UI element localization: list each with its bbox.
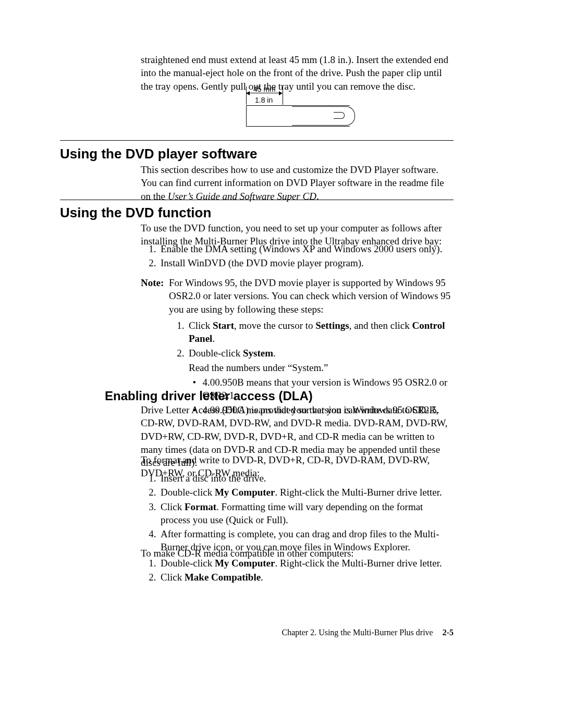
text: . Right-click the Multi-Burner drive let… [275,487,442,498]
text: . [273,348,276,359]
arrow-right-icon [279,91,283,95]
page-footer: Chapter 2. Using the Multi-Burner Plus d… [282,627,454,638]
text: Double-click [161,487,215,498]
steps-dvd-function: Enable the DMA setting (Windows XP and W… [141,242,454,271]
note-label: Note: [141,276,169,289]
text-bold: Make Compatible [185,572,261,583]
footer-chapter: Chapter 2. Using the Multi-Burner Plus d… [282,628,433,637]
list-item: Click Start, move the cursor to Settings… [187,319,454,346]
text: Click [189,320,213,331]
footer-page-number: 2-5 [443,628,454,637]
clip-inner [334,112,345,119]
text: Double-click [189,348,243,359]
list-item: Click Make Compatible. [158,571,454,584]
note-body-text: For Windows 95, the DVD movie player is … [169,276,454,316]
note-read-line: Read the numbers under “System.” [189,361,454,374]
steps-dla-b: Double-click My Computer. Right-click th… [141,557,454,585]
clip-body [292,106,355,126]
text: Double-click [161,558,215,569]
section-rule [60,140,454,141]
tick-right [283,87,283,105]
text: . Right-click the Multi-Burner drive let… [275,558,442,569]
tick-left [246,87,247,105]
list-item: Click Format. Formatting time will vary … [158,500,454,527]
text: Click [161,572,185,583]
list-item: Enable the DMA setting (Windows XP and W… [158,242,454,255]
list-item: Double-click My Computer. Right-click th… [158,486,454,499]
heading-dvd-player-software: Using the DVD player software [60,145,258,163]
text-bold: System [243,348,273,359]
text: . [261,572,263,583]
text: Click [161,501,185,512]
dimension-line [248,93,281,93]
text-bold: My Computer [215,487,275,498]
clip-top-edge [246,105,350,106]
text-bold: Start [213,320,234,331]
clip-bottom-edge [246,126,350,127]
text-bold: Format [185,501,216,512]
figure-dim-in: 1.8 in [255,95,273,105]
heading-dla: Enabling driver letter access (DLA) [105,388,313,404]
heading-dvd-function: Using the DVD function [60,204,211,222]
text-bold: Settings [315,320,349,331]
text: . [212,333,215,344]
text: , move the cursor to [234,320,315,331]
paperclip-figure: 45 mm 1.8 in [246,85,353,128]
clip-left-edge [246,105,247,126]
text-bold: My Computer [215,558,275,569]
list-item: Double-click My Computer. Right-click th… [158,557,454,570]
list-item: Install WinDVD (the DVD movie player pro… [158,256,454,269]
list-item: Insert a disc into the drive. [158,472,454,485]
steps-dla-a: Insert a disc into the drive. Double-cli… [141,472,454,555]
text: , and then click [349,320,412,331]
section-rule [60,200,454,200]
paragraph-dvd-player-software: This section describes how to use and cu… [141,163,454,203]
document-page: straightened end must extend at least 45… [0,0,563,728]
